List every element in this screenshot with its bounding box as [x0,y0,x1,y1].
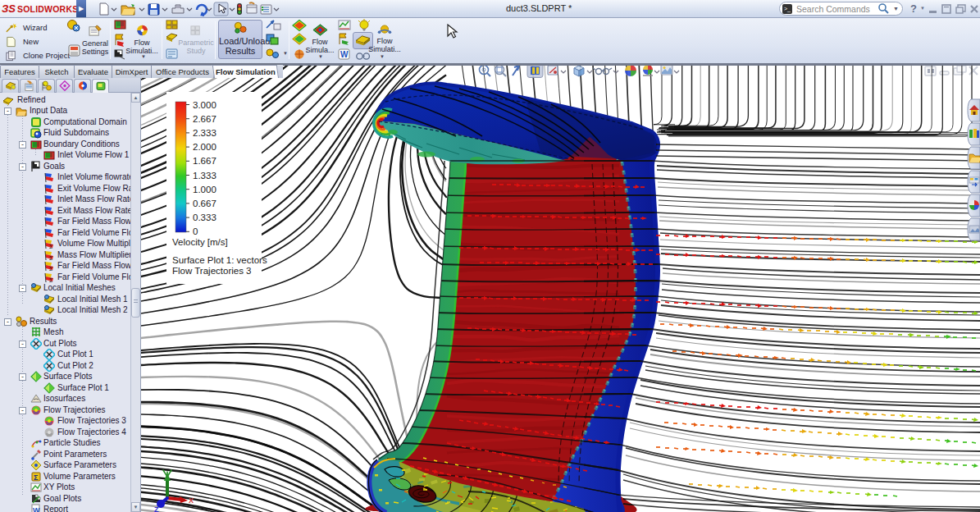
svg-text:Σ: Σ [34,473,39,482]
svg-text:Z: Z [154,505,159,512]
svg-text:W: W [33,506,40,512]
svg-text:1.667: 1.667 [193,156,217,166]
svg-text:2.000: 2.000 [193,142,217,152]
svg-text:3.000: 3.000 [193,100,217,110]
svg-text:Flow Trajectories 3: Flow Trajectories 3 [172,266,252,276]
svg-text:0.667: 0.667 [193,199,217,208]
svg-text:Surface Plot 1: vectors: Surface Plot 1: vectors [172,255,267,265]
svg-text:W: W [340,50,349,59]
svg-text:0: 0 [193,226,198,236]
svg-text:Velocity [m/s]: Velocity [m/s] [172,237,228,247]
svg-text:2.333: 2.333 [193,128,217,138]
svg-text:2.667: 2.667 [193,114,217,124]
svg-text:1.333: 1.333 [193,171,217,181]
svg-text:1.000: 1.000 [193,185,217,194]
svg-text:0.333: 0.333 [193,213,217,222]
svg-text:X: X [189,496,194,505]
